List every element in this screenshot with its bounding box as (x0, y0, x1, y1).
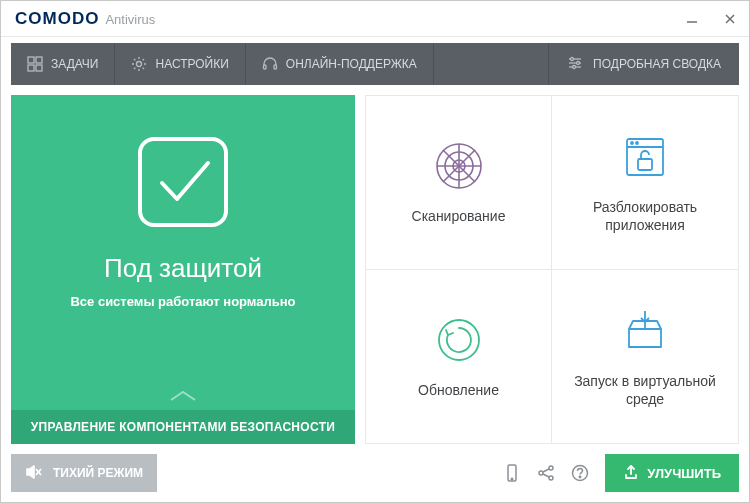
status-subtitle: Все системы работают нормально (70, 294, 295, 309)
status-panel: Под защитой Все системы работают нормаль… (11, 95, 355, 444)
sandbox-label: Запуск в виртуальной среде (564, 372, 726, 408)
update-label: Обновление (418, 381, 499, 399)
box-download-icon (618, 304, 672, 358)
svg-rect-4 (36, 57, 42, 63)
content-area: Под защитой Все системы работают нормаль… (1, 85, 749, 454)
svg-point-29 (439, 320, 479, 360)
svg-point-27 (636, 142, 638, 144)
svg-point-35 (512, 478, 514, 480)
svg-point-36 (539, 471, 543, 475)
scan-label: Сканирование (412, 207, 506, 225)
titlebar: COMODO Antivirus (1, 1, 749, 37)
action-tiles: Сканирование Разблокировать приложения (365, 95, 739, 444)
summary-button[interactable]: ПОДРОБНАЯ СВОДКА (548, 43, 739, 85)
svg-rect-5 (28, 65, 34, 71)
brand-logo: COMODO (15, 9, 99, 29)
bottombar: ТИХИЙ РЕЖИМ УЛУЧШИТЬ (11, 454, 739, 492)
silent-mode-button[interactable]: ТИХИЙ РЕЖИМ (11, 454, 157, 492)
share-icon[interactable] (537, 464, 555, 482)
support-button[interactable]: ОНЛАЙН-ПОДДЕРЖКА (246, 43, 434, 85)
svg-rect-28 (638, 159, 652, 170)
expand-handle[interactable] (163, 388, 203, 410)
svg-rect-6 (36, 65, 42, 71)
status-title: Под защитой (104, 253, 262, 284)
toolbar: ЗАДАЧИ НАСТРОЙКИ ОНЛАЙН-ПОДДЕРЖКА ПОДРОБ… (11, 43, 739, 85)
minimize-button[interactable] (683, 10, 701, 28)
brand: COMODO Antivirus (15, 9, 155, 29)
manage-components-label: УПРАВЛЕНИЕ КОМПОНЕНТАМИ БЕЗОПАСНОСТИ (31, 420, 335, 434)
svg-rect-3 (28, 57, 34, 63)
bottombar-spacer (165, 454, 487, 492)
mute-icon (25, 463, 43, 484)
app-window: COMODO Antivirus ЗАДАЧИ НАСТРОЙКИ (0, 0, 750, 503)
svg-point-7 (137, 62, 142, 67)
grid-icon (27, 56, 43, 72)
support-label: ОНЛАЙН-ПОДДЕРЖКА (286, 57, 417, 71)
upload-icon (623, 464, 639, 483)
svg-point-42 (580, 476, 581, 477)
upgrade-button[interactable]: УЛУЧШИТЬ (605, 454, 739, 492)
mobile-icon[interactable] (503, 464, 521, 482)
refresh-icon (432, 313, 486, 367)
svg-point-37 (549, 466, 553, 470)
manage-components-button[interactable]: УПРАВЛЕНИЕ КОМПОНЕНТАМИ БЕЗОПАСНОСТИ (11, 410, 355, 444)
svg-rect-8 (263, 65, 266, 69)
help-icon[interactable] (571, 464, 589, 482)
tasks-button[interactable]: ЗАДАЧИ (11, 43, 115, 85)
radar-icon (432, 139, 486, 193)
svg-point-38 (549, 476, 553, 480)
svg-line-39 (543, 469, 549, 472)
sliders-icon (567, 55, 583, 74)
chevron-up-icon (163, 388, 203, 404)
svg-line-40 (543, 474, 549, 477)
gear-icon (131, 56, 147, 72)
unlock-label: Разблокировать приложения (564, 198, 726, 234)
svg-rect-9 (274, 65, 277, 69)
toolbar-spacer (434, 43, 548, 85)
tasks-label: ЗАДАЧИ (51, 57, 98, 71)
headset-icon (262, 56, 278, 72)
settings-label: НАСТРОЙКИ (155, 57, 228, 71)
unlock-tile[interactable]: Разблокировать приложения (552, 96, 738, 270)
settings-button[interactable]: НАСТРОЙКИ (115, 43, 245, 85)
summary-label: ПОДРОБНАЯ СВОДКА (593, 57, 721, 71)
update-tile[interactable]: Обновление (366, 270, 552, 444)
upgrade-label: УЛУЧШИТЬ (647, 466, 721, 481)
svg-rect-16 (140, 139, 226, 225)
sandbox-tile[interactable]: Запуск в виртуальной среде (552, 270, 738, 444)
svg-point-26 (631, 142, 633, 144)
svg-point-13 (571, 57, 574, 60)
window-controls (683, 10, 739, 28)
svg-point-15 (573, 65, 576, 68)
scan-tile[interactable]: Сканирование (366, 96, 552, 270)
bottombar-icons (495, 454, 597, 492)
close-button[interactable] (721, 10, 739, 28)
product-name: Antivirus (105, 12, 155, 27)
status-check-icon (128, 127, 238, 237)
svg-point-14 (577, 61, 580, 64)
unlock-icon (618, 130, 672, 184)
silent-mode-label: ТИХИЙ РЕЖИМ (53, 466, 143, 480)
